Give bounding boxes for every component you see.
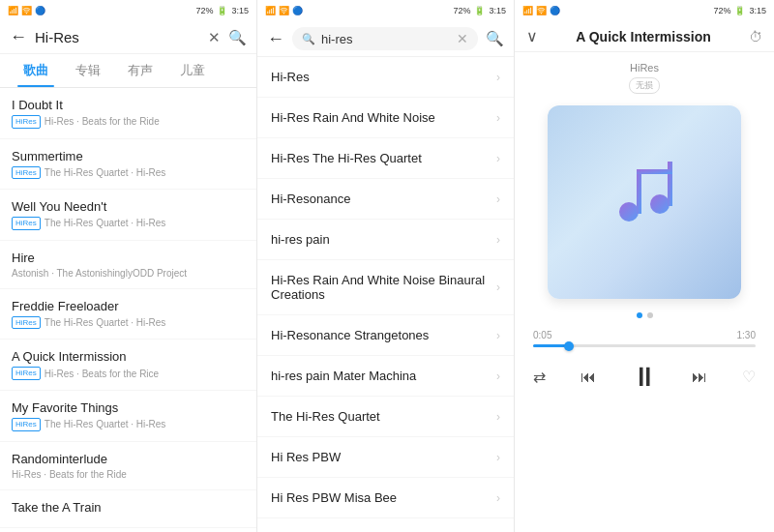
result-text-5: Hi-Res Rain And White Noise Binaural Cre… <box>271 273 496 302</box>
battery-pct-1: 72% <box>195 6 213 15</box>
search-query-display: Hi-Res <box>35 29 200 45</box>
result-item-9[interactable]: Hi Res PBW› <box>257 437 514 478</box>
result-item-10[interactable]: Hi Res PBW Misa Bee› <box>257 478 514 518</box>
result-chevron-10: › <box>496 491 500 505</box>
result-item-4[interactable]: hi-res pain› <box>257 220 514 260</box>
panel2-header: ← 🔍 hi-res ✕ 🔍 <box>257 21 514 57</box>
result-item-1[interactable]: Hi-Res Rain And White Noise› <box>257 98 514 138</box>
clear-icon-1[interactable]: ✕ <box>208 29 221 46</box>
status-left-2: 📶 🛜 🔵 <box>265 6 303 15</box>
next-button[interactable]: ⏭ <box>692 369 707 386</box>
song-sub-5: Hi-Res · Beats for the Rice <box>45 369 159 379</box>
signal-icon-3: 📶 <box>522 6 533 15</box>
song-title-0: I Doubt It <box>12 98 245 112</box>
song-sub-0: Hi-Res · Beats for the Ride <box>45 116 160 127</box>
result-chevron-2: › <box>496 152 500 165</box>
svg-rect-2 <box>637 169 641 214</box>
panel1-header: ← Hi-Res ✕ 🔍 <box>0 21 256 54</box>
status-bar-1: 📶 🛜 🔵 72% 🔋 3:15 <box>0 0 256 21</box>
song-item-6[interactable]: My Favorite ThingsHiResThe Hi-Res Quarte… <box>0 391 256 442</box>
tab-albums[interactable]: 专辑 <box>62 54 114 87</box>
song-item-5[interactable]: A Quick IntermissionHiResHi-Res · Beats … <box>0 340 256 391</box>
song-list: I Doubt ItHiResHi-Res · Beats for the Ri… <box>0 88 256 532</box>
playback-controls: ⇄ ⏮ ⏸ ⏭ ♡ <box>533 361 756 393</box>
search-clear-btn[interactable]: ✕ <box>457 31 468 46</box>
signal-icon-2: 📶 <box>265 6 276 15</box>
song-title-7: Randominterlude <box>12 452 245 466</box>
signal-icon-1: 📶 <box>8 6 18 15</box>
wifi-icon-1: 🛜 <box>21 6 32 15</box>
hires-badge-0: HiRes <box>12 115 41 129</box>
music-note-icon <box>606 156 683 249</box>
song-title-5: A Quick Intermission <box>12 349 245 364</box>
search-icon-1[interactable]: 🔍 <box>228 29 247 46</box>
tab-kids[interactable]: 儿童 <box>166 54 219 87</box>
back-button-1[interactable]: ← <box>10 27 27 47</box>
song-item-7[interactable]: RandominterludeHi-Res · Beats for the Ri… <box>0 442 256 490</box>
prev-button[interactable]: ⏮ <box>580 369 596 386</box>
status-right-3: 72% 🔋 3:15 <box>713 6 766 15</box>
collapse-button[interactable]: ∨ <box>526 27 538 45</box>
song-item-2[interactable]: Well You Needn'tHiResThe Hi-Res Quartet … <box>0 190 256 241</box>
pause-button[interactable]: ⏸ <box>631 361 658 393</box>
bt-icon-2: 🔵 <box>292 6 303 15</box>
timer-icon[interactable]: ⏱ <box>749 29 762 44</box>
song-meta-6: HiResThe Hi-Res Quartet · Hi-Res <box>12 418 245 431</box>
result-item-8[interactable]: The Hi-Res Quartet› <box>257 397 514 437</box>
result-text-3: Hi-Resonance <box>271 192 350 206</box>
result-chevron-5: › <box>496 281 500 294</box>
hires-badge-1: HiRes <box>12 166 41 180</box>
result-text-4: hi-res pain <box>271 232 330 247</box>
result-text-9: Hi Res PBW <box>271 450 341 464</box>
panel-now-playing: 📶 🛜 🔵 72% 🔋 3:15 ∨ A Quick Intermission … <box>515 0 774 532</box>
result-chevron-9: › <box>496 451 500 464</box>
progress-bar[interactable] <box>533 344 756 347</box>
search-input-wrap[interactable]: 🔍 hi-res ✕ <box>292 27 478 50</box>
song-title-6: My Favorite Things <box>12 400 245 415</box>
now-playing-content: HiRes 无损 <box>515 52 774 532</box>
progress-section: 0:05 1:30 <box>533 330 756 347</box>
bt-icon-3: 🔵 <box>550 6 560 15</box>
favorite-button[interactable]: ♡ <box>742 368 756 386</box>
status-right-2: 72% 🔋 3:15 <box>453 6 506 15</box>
result-item-5[interactable]: Hi-Res Rain And White Noise Binaural Cre… <box>257 260 514 315</box>
now-playing-title: A Quick Intermission <box>546 29 741 44</box>
time-2: 3:15 <box>489 6 506 15</box>
song-item-4[interactable]: Freddie FreeloaderHiResThe Hi-Res Quarte… <box>0 289 256 340</box>
progress-thumb[interactable] <box>564 341 574 351</box>
tab-songs[interactable]: 歌曲 <box>10 54 62 87</box>
result-item-3[interactable]: Hi-Resonance› <box>257 179 514 220</box>
hires-badge-2: HiRes <box>12 217 41 230</box>
result-item-6[interactable]: Hi-Resonance Strangetones› <box>257 315 514 356</box>
song-item-0[interactable]: I Doubt ItHiResHi-Res · Beats for the Ri… <box>0 88 256 139</box>
result-text-10: Hi Res PBW Misa Bee <box>271 490 397 505</box>
song-item-3[interactable]: HireAstonish · The AstonishinglyODD Proj… <box>0 241 256 289</box>
result-chevron-8: › <box>496 410 500 424</box>
song-item-8[interactable]: Take the A Train <box>0 490 256 528</box>
result-text-8: The Hi-Res Quartet <box>271 409 380 424</box>
result-text-1: Hi-Res Rain And White Noise <box>271 110 435 125</box>
result-text-2: Hi-Res The Hi-Res Quartet <box>271 151 422 165</box>
search-submit-icon[interactable]: 🔍 <box>486 30 504 47</box>
result-chevron-1: › <box>496 111 500 125</box>
song-meta-5: HiResHi-Res · Beats for the Rice <box>12 367 245 380</box>
tabs-row: 歌曲 专辑 有声 儿童 <box>0 54 256 88</box>
song-title-1: Summertime <box>12 149 245 163</box>
back-button-2[interactable]: ← <box>267 29 284 49</box>
result-chevron-7: › <box>496 369 500 383</box>
song-title-3: Hire <box>12 251 245 265</box>
tab-audio[interactable]: 有声 <box>114 54 166 87</box>
status-right-1: 72% 🔋 3:15 <box>195 6 249 15</box>
dot-1 <box>637 312 642 318</box>
result-item-2[interactable]: Hi-Res The Hi-Res Quartet› <box>257 138 514 179</box>
song-item-1[interactable]: SummertimeHiResThe Hi-Res Quartet · Hi-R… <box>0 139 256 191</box>
svg-point-1 <box>650 194 670 214</box>
svg-rect-4 <box>637 169 672 174</box>
result-item-7[interactable]: hi-res pain Mater Machina› <box>257 356 514 397</box>
result-item-0[interactable]: Hi-Res› <box>257 57 514 98</box>
panel-song-list: 📶 🛜 🔵 72% 🔋 3:15 ← Hi-Res ✕ 🔍 歌曲 专辑 有声 儿… <box>0 0 257 532</box>
hires-badge-6: HiRes <box>12 418 41 431</box>
shuffle-button[interactable]: ⇄ <box>533 368 546 386</box>
search-input-value: hi-res <box>321 32 451 46</box>
battery-icon-3: 🔋 <box>734 6 745 15</box>
